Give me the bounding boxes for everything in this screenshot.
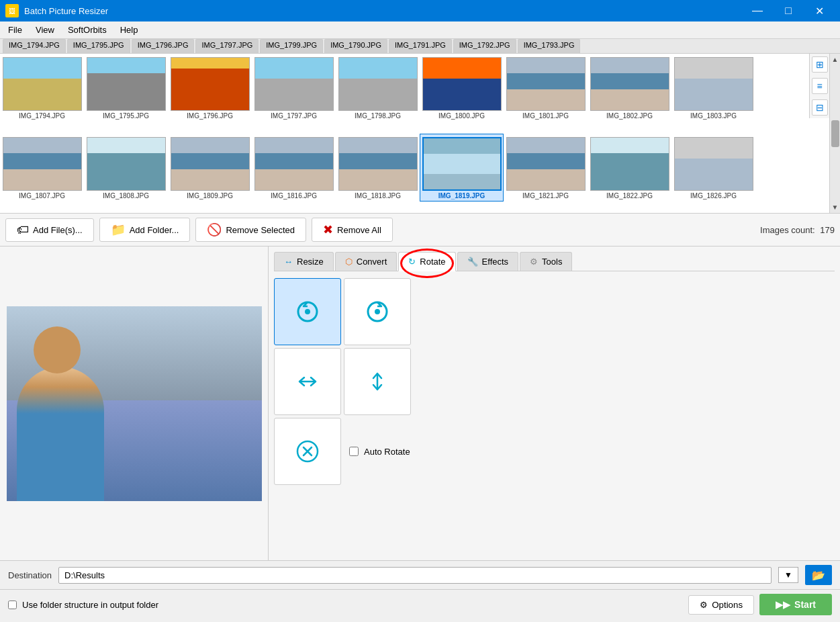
- gallery-tab-1[interactable]: IMG_1794.JPG: [3, 39, 66, 53]
- svg-point-3: [375, 309, 380, 314]
- gallery-tab-4[interactable]: IMG_1797.JPG: [195, 39, 259, 53]
- destination-folder-button[interactable]: 📂: [805, 565, 832, 585]
- img-thumb-1797: [254, 57, 334, 111]
- img-name-1797: IMG_1797.JPG: [254, 112, 334, 120]
- img-name-1826: IMG_1826.JPG: [674, 192, 753, 199]
- titlebar-controls: — □ ✕: [742, 0, 835, 21]
- tab-convert-label: Convert: [357, 257, 387, 267]
- resize-icon: ↔: [284, 257, 293, 267]
- flip-vertical-button[interactable]: [344, 348, 411, 415]
- img-name-1803: IMG_1803.JPG: [674, 112, 753, 120]
- titlebar-left: 🖼 Batch Picture Resizer: [5, 4, 108, 17]
- remove-all-button[interactable]: ✖ Remove All: [312, 218, 393, 242]
- img-thumb-1796: [171, 57, 250, 111]
- cancel-rotate-icon: [294, 438, 321, 465]
- gallery-tab-6[interactable]: IMG_1790.JPG: [324, 39, 387, 53]
- img-name-1808: IMG_1808.JPG: [87, 192, 166, 199]
- images-count: Images count: 179: [760, 225, 835, 235]
- gallery-tab-7[interactable]: IMG_1791.JPG: [389, 39, 452, 53]
- img-name-1821: IMG_1821.JPG: [506, 192, 586, 199]
- menu-help[interactable]: Help: [115, 23, 144, 37]
- img-cell-1826[interactable]: IMG_1826.JPG: [671, 134, 755, 202]
- effects-icon: 🔧: [467, 257, 478, 267]
- toolbar: 🏷 Add File(s)... 📁 Add Folder... 🚫 Remov…: [0, 214, 840, 247]
- img-cell-1802[interactable]: IMG_1802.JPG: [588, 54, 671, 122]
- list-view-button[interactable]: ≡: [812, 78, 828, 94]
- use-folder-structure-checkbox[interactable]: [8, 601, 17, 609]
- img-thumb-1808: [87, 137, 166, 191]
- img-name-1800: IMG_1800.JPG: [422, 112, 502, 120]
- tab-rotate[interactable]: ↻ Rotate: [398, 252, 455, 271]
- tab-convert[interactable]: ⬡ Convert: [335, 252, 398, 271]
- img-cell-1796[interactable]: IMG_1796.JPG: [168, 54, 252, 122]
- img-name-1822: IMG_1822.JPG: [590, 192, 669, 199]
- img-cell-1808[interactable]: IMG_1808.JPG: [84, 134, 168, 202]
- auto-rotate-checkbox[interactable]: [349, 447, 359, 456]
- remove-selected-button[interactable]: 🚫 Remove Selected: [195, 218, 306, 242]
- add-files-label: Add File(s)...: [33, 225, 83, 235]
- rotate-bottom-row: Auto Rotate: [274, 418, 835, 485]
- options-button[interactable]: ⚙ Options: [688, 595, 754, 615]
- img-name-1809: IMG_1809.JPG: [171, 192, 250, 199]
- img-cell-1794[interactable]: IMG_1794.JPG: [0, 54, 84, 122]
- destination-dropdown-button[interactable]: ▼: [778, 567, 798, 583]
- gallery-tab-8[interactable]: IMG_1792.JPG: [453, 39, 516, 53]
- destination-input[interactable]: [58, 567, 772, 584]
- img-cell-1821[interactable]: IMG_1821.JPG: [504, 134, 588, 202]
- add-folder-label: Add Folder...: [130, 225, 179, 235]
- img-cell-1798[interactable]: IMG_1798.JPG: [336, 54, 420, 122]
- img-cell-1818[interactable]: IMG_1818.JPG: [336, 134, 420, 202]
- img-name-1796: IMG_1796.JPG: [171, 112, 250, 120]
- img-cell-1797[interactable]: IMG_1797.JPG: [252, 54, 336, 122]
- grid-view-button[interactable]: ⊟: [812, 99, 828, 116]
- preview-head: [34, 326, 81, 373]
- rotate-cw90-button[interactable]: [344, 278, 411, 345]
- img-cell-1801[interactable]: IMG_1801.JPG: [504, 54, 588, 122]
- destination-bar: Destination ▼ 📂: [0, 560, 840, 589]
- img-cell-1822[interactable]: IMG_1822.JPG: [588, 134, 671, 202]
- scroll-down-arrow[interactable]: ▼: [830, 202, 840, 213]
- auto-rotate-label[interactable]: Auto Rotate: [364, 447, 410, 457]
- img-cell-1795[interactable]: IMG_1795.JPG: [84, 54, 168, 122]
- menu-softorbits[interactable]: SoftOrbits: [62, 23, 112, 37]
- destination-label: Destination: [8, 570, 52, 580]
- gallery-scrollbar[interactable]: ▲ ▼: [829, 54, 840, 213]
- img-cell-1803[interactable]: IMG_1803.JPG: [671, 54, 755, 122]
- grid-large-view-button[interactable]: ⊞: [812, 56, 828, 73]
- img-cell-1807[interactable]: IMG_1807.JPG: [0, 134, 84, 202]
- gallery-tab-5[interactable]: IMG_1799.JPG: [260, 39, 323, 53]
- remove-selected-icon: 🚫: [207, 222, 222, 237]
- gallery-tab-3[interactable]: IMG_1796.JPG: [132, 39, 195, 53]
- add-files-button[interactable]: 🏷 Add File(s)...: [5, 218, 94, 242]
- gallery-tab-9[interactable]: IMG_1793.JPG: [518, 39, 581, 53]
- tab-tools[interactable]: ⚙ Tools: [520, 252, 572, 271]
- auto-rotate-section: Auto Rotate: [344, 447, 410, 457]
- tab-effects-label: Effects: [482, 257, 509, 267]
- gallery-tab-2[interactable]: IMG_1795.JPG: [67, 39, 130, 53]
- rotate-ccw90-button[interactable]: [274, 278, 341, 345]
- start-label: Start: [794, 599, 816, 610]
- maximize-button[interactable]: □: [773, 0, 804, 21]
- scroll-thumb[interactable]: [831, 120, 839, 147]
- img-name-1801: IMG_1801.JPG: [506, 112, 586, 120]
- close-button[interactable]: ✕: [804, 0, 835, 21]
- img-cell-1816[interactable]: IMG_1816.JPG: [252, 134, 336, 202]
- img-cell-1800[interactable]: IMG_1800.JPG: [420, 54, 504, 122]
- rotate-cancel-button[interactable]: [274, 418, 341, 485]
- gallery-tabs: IMG_1794.JPG IMG_1795.JPG IMG_1796.JPG I…: [0, 39, 840, 54]
- add-folder-button[interactable]: 📁 Add Folder...: [99, 218, 191, 242]
- tab-effects[interactable]: 🔧 Effects: [457, 252, 519, 271]
- menu-file[interactable]: File: [3, 23, 28, 37]
- tab-resize-label: Resize: [297, 257, 324, 267]
- image-row-1: IMG_1794.JPG IMG_1795.JPG IMG_1796.JPG I…: [0, 54, 840, 134]
- minimize-button[interactable]: —: [742, 0, 773, 21]
- tab-resize[interactable]: ↔ Resize: [274, 252, 334, 271]
- img-cell-1809[interactable]: IMG_1809.JPG: [168, 134, 252, 202]
- flip-v-icon: [364, 368, 391, 395]
- menu-view[interactable]: View: [30, 23, 60, 37]
- img-cell-1819[interactable]: IMG_1819.JPG: [420, 134, 504, 202]
- scroll-up-arrow[interactable]: ▲: [830, 54, 840, 65]
- flip-horizontal-button[interactable]: [274, 348, 341, 415]
- folder-icon: 📂: [812, 569, 825, 582]
- start-button[interactable]: ▶▶ Start: [759, 594, 832, 615]
